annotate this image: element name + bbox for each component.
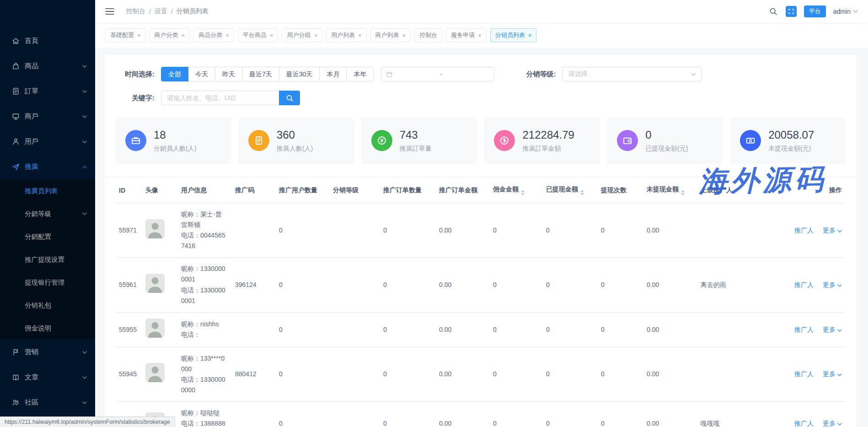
cash-icon <box>740 130 761 151</box>
close-icon[interactable]: × <box>402 32 406 38</box>
more-link[interactable]: 更多 <box>823 324 842 335</box>
sidebar-item-用戶[interactable]: 用戶 <box>0 129 95 154</box>
chevron-down-icon <box>82 115 87 118</box>
cell-user-info: 昵称：13300000001电话：13300000001 <box>177 258 231 312</box>
sidebar-subitem-提现银行管理[interactable]: 提现银行管理 <box>0 271 95 294</box>
search-icon[interactable] <box>768 6 778 16</box>
sidebar-item-label: 用戶 <box>25 137 82 146</box>
more-link[interactable]: 更多 <box>823 225 842 236</box>
tab-用户列表[interactable]: 用户列表 × <box>326 28 367 42</box>
stat-value: 0 <box>645 129 688 141</box>
user-name: admin <box>833 8 851 15</box>
breadcrumb-item[interactable]: 设置 <box>155 7 167 16</box>
chevron-down-icon <box>837 225 842 236</box>
avatar <box>145 219 165 238</box>
sort-icon[interactable] <box>681 190 685 195</box>
breadcrumb-item[interactable]: 控制台 <box>126 7 145 16</box>
more-link[interactable]: 更多 <box>823 369 842 379</box>
tab-bar: 基礎配置 × 商户分类 × 商品分类 × 平台商品 × 用户分组 × 用户列表 … <box>95 23 868 48</box>
money-icon <box>371 130 392 151</box>
close-icon[interactable]: × <box>478 32 482 38</box>
tab-商品分类[interactable]: 商品分类 × <box>193 28 234 42</box>
level-select[interactable]: 请选择 <box>562 67 702 81</box>
sidebar-subitem-label: 分銷等級 <box>25 210 82 218</box>
sort-icon[interactable] <box>521 190 525 195</box>
promoter-link[interactable]: 推广人 <box>794 420 814 427</box>
close-icon[interactable]: × <box>358 32 362 38</box>
stat-value: 743 <box>400 129 432 141</box>
promoter-link[interactable]: 推广人 <box>794 281 814 288</box>
chevron-down-icon <box>837 324 842 335</box>
keyword-input[interactable] <box>161 91 279 105</box>
chevron-down-icon <box>837 280 842 290</box>
cell-promo-code: 880412 <box>231 347 275 401</box>
goods-icon <box>12 62 20 70</box>
sort-icon[interactable] <box>580 190 584 195</box>
user-menu[interactable]: admin <box>833 8 858 15</box>
sidebar-item-訂單[interactable]: 訂單 <box>0 79 95 104</box>
level-filter-label: 分销等级: <box>516 70 556 79</box>
date-range-input[interactable]: - <box>381 67 494 81</box>
close-icon[interactable]: × <box>270 32 273 38</box>
sidebar-item-推廣[interactable]: 推廣 <box>0 154 95 179</box>
cell-commission: 0 <box>489 203 542 258</box>
cell-user-info: 昵称：莱士·普雷斯顿电话：00445657416 <box>177 203 231 258</box>
menu-toggle-icon[interactable] <box>105 7 114 16</box>
time-filter-最近30天[interactable]: 最近30天 <box>279 67 320 81</box>
sidebar-item-商品[interactable]: 商品 <box>0 54 95 79</box>
fullscreen-icon[interactable] <box>786 6 797 17</box>
tab-基礎配置[interactable]: 基礎配置 × <box>105 28 146 42</box>
cell-promo-users: 0 <box>275 402 329 427</box>
time-filter-最近7天[interactable]: 最近7天 <box>242 67 279 81</box>
more-link[interactable]: 更多 <box>823 280 842 290</box>
sidebar-subitem-分銷等級[interactable]: 分銷等級 <box>0 202 95 225</box>
close-icon[interactable]: × <box>137 32 141 38</box>
sidebar-item-营销[interactable]: 营销 <box>0 340 95 365</box>
sidebar-subitem-分銷配置[interactable]: 分銷配置 <box>0 225 95 248</box>
stat-label: 未提現金額(元) <box>768 145 814 153</box>
sidebar-item-商戶[interactable]: 商戶 <box>0 104 95 129</box>
cell-promo-users: 0 <box>275 203 329 258</box>
close-icon[interactable]: × <box>225 32 229 38</box>
tab-控制台[interactable]: 控制台 <box>414 28 442 42</box>
tab-label: 控制台 <box>419 31 437 39</box>
tab-平台商品[interactable]: 平台商品 × <box>238 28 279 42</box>
tab-商户分类[interactable]: 商户分类 × <box>150 28 190 42</box>
tab-服务申请[interactable]: 服务申请 × <box>446 28 487 42</box>
chevron-down-icon <box>82 376 87 379</box>
time-filter-昨天[interactable]: 昨天 <box>215 67 242 81</box>
keyword-search-button[interactable] <box>279 91 300 105</box>
promoter-link[interactable]: 推广人 <box>794 326 814 333</box>
platform-badge[interactable]: 平台 <box>804 5 826 17</box>
cell-actions: 推广人 更多 <box>766 402 846 427</box>
sidebar-item-社區[interactable]: 社區 <box>0 390 95 415</box>
sidebar-subitem-分销礼包[interactable]: 分销礼包 <box>0 294 95 317</box>
sidebar-subitem-label: 分銷配置 <box>25 232 87 241</box>
time-filter-本年[interactable]: 本年 <box>346 67 374 81</box>
close-icon[interactable]: × <box>182 32 185 38</box>
table-row: 55971 昵称：莱士·普雷斯顿电话：00445657416 0 0 0.00 … <box>115 203 846 258</box>
cell-withdrawn: 0 <box>542 402 597 427</box>
promoter-link[interactable]: 推广人 <box>794 227 814 234</box>
close-icon[interactable]: × <box>314 32 317 38</box>
main-area: 控制台/设置/分销员列表 平台 admin 基礎配置 × 商户分类 × 商品分类… <box>95 0 868 427</box>
more-link[interactable]: 更多 <box>823 418 842 427</box>
cell-order-amount: 0.00 <box>435 258 489 312</box>
time-filter-本月[interactable]: 本月 <box>319 67 347 81</box>
sidebar-subitem-推廣員列表[interactable]: 推廣員列表 <box>0 179 95 202</box>
tab-label: 基礎配置 <box>110 31 134 39</box>
cell-id: 55961 <box>115 258 142 312</box>
sidebar-subitem-推广提现设置[interactable]: 推广提现设置 <box>0 248 95 271</box>
promoter-link[interactable]: 推广人 <box>794 370 814 378</box>
cell-withdraw-count: 0 <box>597 203 643 258</box>
sidebar-subitem-佣金说明[interactable]: 佣金说明 <box>0 317 95 340</box>
tab-分销员列表[interactable]: 分销员列表 × <box>490 28 537 42</box>
close-icon[interactable]: × <box>528 32 532 38</box>
time-filter-全部[interactable]: 全部 <box>161 67 188 81</box>
tab-用户分组[interactable]: 用户分组 × <box>282 28 322 42</box>
tab-商户列表[interactable]: 商户列表 × <box>370 28 411 42</box>
sidebar-item-label: 商戶 <box>25 112 82 121</box>
sidebar-item-文章[interactable]: 文章 <box>0 365 95 390</box>
sidebar-item-首頁[interactable]: 首頁 <box>0 28 95 54</box>
time-filter-今天[interactable]: 今天 <box>188 67 215 81</box>
